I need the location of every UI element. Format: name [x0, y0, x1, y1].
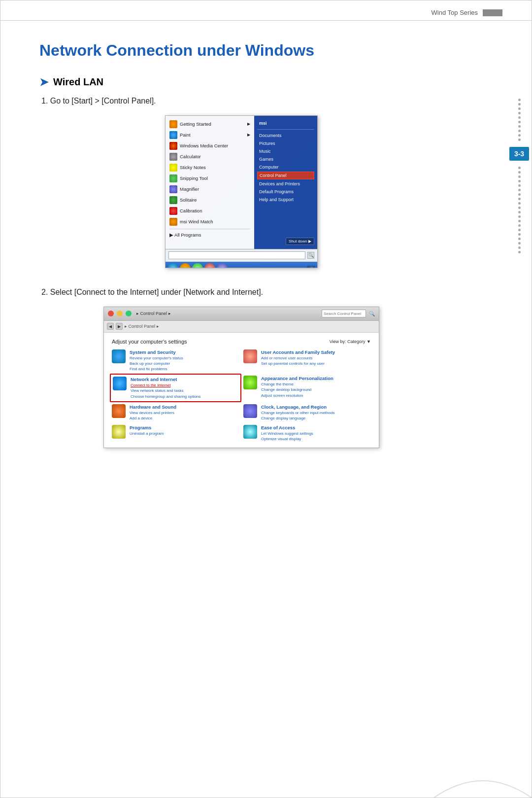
appearance-link-3[interactable]: Adjust screen resolution: [261, 393, 333, 398]
sidebar-dot: [518, 184, 521, 187]
cp-category-hardware: Hardware and Sound View devices and prin…: [112, 404, 239, 421]
menu-item-label: Magnifier: [180, 186, 199, 192]
sidebar-dot: [518, 134, 521, 137]
search-button[interactable]: 🔍: [307, 252, 314, 259]
right-menu-documents[interactable]: Documents: [257, 132, 314, 139]
hardware-link-2[interactable]: Add a device: [130, 416, 176, 421]
hardware-link-1[interactable]: View devices and printers: [130, 410, 176, 416]
cp-category-system: System and Security Review your computer…: [112, 349, 239, 372]
right-menu-games[interactable]: Games: [257, 156, 314, 163]
taskbar-start-button[interactable]: [167, 263, 178, 268]
system-security-title[interactable]: System and Security: [130, 349, 183, 355]
sidebar-dot: [518, 233, 521, 236]
clock-title[interactable]: Clock, Language, and Region: [261, 404, 334, 410]
hardware-title[interactable]: Hardware and Sound: [130, 404, 176, 410]
menu-item-getting-started[interactable]: Getting Started ▶: [166, 119, 254, 130]
right-menu-computer[interactable]: Computer: [257, 164, 314, 171]
network-title[interactable]: Network and Internet: [131, 377, 200, 382]
menu-item-media-center[interactable]: Windows Media Center: [166, 140, 254, 151]
menu-item-label: Paint: [180, 132, 191, 138]
calculator-icon: [169, 153, 177, 161]
msi-wind-icon: [169, 218, 177, 226]
system-link-1[interactable]: Review your computer's status: [130, 355, 183, 361]
ease-of-access-icon: [243, 425, 257, 439]
taskbar-app-btn-4[interactable]: [217, 263, 228, 268]
sidebar-dot: [518, 215, 521, 218]
menu-item-solitaire[interactable]: Solitaire: [166, 195, 254, 206]
right-menu-music[interactable]: Music: [257, 148, 314, 155]
sidebar-dot: [518, 193, 521, 196]
right-menu-pictures[interactable]: Pictures: [257, 140, 314, 147]
taskbar-app-btn-1[interactable]: [180, 263, 191, 268]
solitaire-icon: [169, 196, 177, 204]
sidebar-dot: [518, 189, 521, 191]
cp-toolbar: ◀ ▶ ▸ Control Panel ▸: [104, 321, 379, 333]
user-accounts-title[interactable]: User Accounts and Family Safety: [261, 349, 335, 355]
ease-link-1[interactable]: Let Windows suggest settings: [261, 431, 313, 436]
menu-item-sticky-notes[interactable]: Sticky Notes: [166, 162, 254, 173]
clock-link-2[interactable]: Change display language: [261, 416, 334, 421]
sidebar-dot: [518, 112, 521, 114]
right-sidebar: 3-3: [506, 99, 532, 253]
right-menu-help[interactable]: Help and Support: [257, 196, 314, 203]
section-heading: ➤ Wired LAN: [39, 76, 443, 89]
cp-category-ease-text: Ease of Access Let Windows suggest setti…: [261, 425, 313, 442]
menu-item-magnifier[interactable]: Magnifier: [166, 184, 254, 195]
step1-text: 1. Go to [Start] > [Control Panel].: [41, 97, 443, 105]
right-menu-control-panel[interactable]: Control Panel: [257, 172, 314, 179]
cp-search-input[interactable]: [322, 310, 366, 317]
sidebar-dot: [518, 116, 521, 119]
taskbar-app-btn-3[interactable]: [204, 263, 215, 268]
cp-breadcrumb: ▸ Control Panel ▸: [125, 324, 159, 329]
network-link-3[interactable]: Choose homegroup and sharing options: [131, 394, 200, 399]
user-link-1[interactable]: Add or remove user accounts: [261, 355, 335, 361]
cp-maximize-button[interactable]: [126, 311, 132, 316]
cp-close-button[interactable]: [108, 311, 114, 316]
start-menu-search-input[interactable]: [168, 251, 305, 259]
ease-link-2[interactable]: Optimize visual display: [261, 436, 313, 442]
system-link-3[interactable]: Find and fix problems: [130, 366, 183, 372]
menu-item-label: Snipping Tool: [180, 175, 208, 181]
network-link-2[interactable]: View network status and tasks: [131, 388, 200, 393]
cp-adjust-label: Adjust your computer's settings: [112, 339, 187, 345]
right-menu-default-programs[interactable]: Default Programs: [257, 188, 314, 195]
appearance-link-2[interactable]: Change desktop background: [261, 387, 333, 392]
menu-item-label: Calculator: [180, 154, 201, 159]
clock-link-1[interactable]: Change keyboards or other input methods: [261, 410, 334, 416]
cp-forward-button[interactable]: ▶: [116, 323, 123, 330]
programs-link-1[interactable]: Uninstall a program: [130, 431, 164, 436]
menu-item-calculator[interactable]: Calculator: [166, 151, 254, 162]
programs-title[interactable]: Programs: [130, 425, 164, 430]
all-programs-item[interactable]: ▶ All Programs: [166, 231, 254, 239]
network-link-1[interactable]: Connect to the Internet: [131, 382, 200, 388]
cp-category-user-accounts: User Accounts and Family Safety Add or r…: [243, 349, 371, 372]
ease-title[interactable]: Ease of Access: [261, 425, 313, 430]
sidebar-dot: [518, 202, 521, 205]
appearance-title[interactable]: Appearance and Personalization: [261, 376, 333, 381]
menu-item-msi-wind[interactable]: msi Wind Match: [166, 216, 254, 227]
sidebar-dot: [518, 211, 521, 213]
calibration-icon: [169, 207, 177, 215]
menu-item-paint[interactable]: Paint ▶: [166, 130, 254, 140]
user-link-2[interactable]: Set up parental controls for any user: [261, 361, 335, 366]
cp-view-by-label[interactable]: View by: Category ▼: [330, 339, 371, 344]
cp-back-button[interactable]: ◀: [107, 323, 114, 330]
system-link-2[interactable]: Back up your computer: [130, 361, 183, 366]
cp-minimize-button[interactable]: [117, 311, 123, 316]
menu-item-snipping-tool[interactable]: Snipping Tool: [166, 173, 254, 184]
media-center-icon: [169, 142, 177, 150]
taskbar-clock: 🔊: [307, 266, 315, 268]
taskbar-app-btn-2[interactable]: [192, 263, 203, 268]
right-menu-separator: [257, 129, 314, 130]
sticky-notes-icon: [169, 164, 177, 172]
start-menu-screenshot-container: Getting Started ▶ Paint ▶ Windows Media …: [39, 115, 443, 268]
shutdown-button[interactable]: Shut down ▶: [286, 238, 314, 245]
taskbar: 🔊: [166, 262, 317, 268]
sidebar-dot: [518, 107, 521, 110]
right-menu-devices[interactable]: Devices and Printers: [257, 180, 314, 187]
sidebar-dot: [518, 220, 521, 222]
cp-titlebar: ▸ Control Panel ▸ 🔍: [104, 307, 379, 321]
start-menu-screenshot: Getting Started ▶ Paint ▶ Windows Media …: [165, 115, 318, 268]
menu-item-calibration[interactable]: Calibration: [166, 206, 254, 216]
appearance-link-1[interactable]: Change the theme: [261, 382, 333, 387]
